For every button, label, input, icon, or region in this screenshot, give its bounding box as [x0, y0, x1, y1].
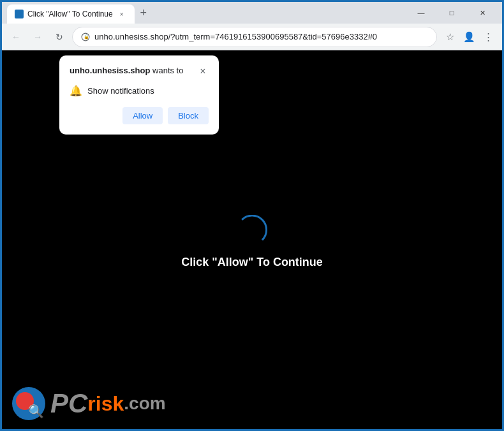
webpage: unho.unhesiss.shop wants to × 🔔 Show not…	[2, 50, 502, 431]
tab-title: Click "Allow" To Continue	[27, 10, 113, 18]
watermark-text: PC risk .com	[50, 390, 166, 417]
svg-text:🔒: 🔒	[84, 34, 89, 40]
security-icon: 🔒	[80, 32, 91, 42]
minimize-button[interactable]: —	[406, 2, 436, 24]
watermark-dotcom: .com	[124, 393, 165, 414]
window-controls: — □ ✕	[406, 2, 497, 24]
allow-button[interactable]: Allow	[122, 107, 163, 124]
loading-spinner	[237, 215, 267, 245]
watermark-pc: PC	[50, 390, 87, 417]
back-button[interactable]: ←	[7, 28, 25, 46]
close-button[interactable]: ✕	[468, 2, 497, 24]
new-tab-button[interactable]: +	[135, 4, 152, 22]
popup-title: unho.unhesiss.shop wants to	[70, 66, 183, 75]
active-tab[interactable]: Click "Allow" To Continue ×	[7, 4, 135, 24]
popup-actions: Allow Block	[70, 107, 209, 124]
click-allow-text: Click "Allow" To Continue	[181, 256, 323, 269]
popup-header: unho.unhesiss.shop wants to ×	[70, 66, 209, 77]
tab-close-button[interactable]: ×	[117, 9, 127, 19]
toolbar-icons: ☆ 👤 ⋮	[441, 28, 497, 46]
notification-popup: unho.unhesiss.shop wants to × 🔔 Show not…	[59, 55, 219, 135]
profile-button[interactable]: 👤	[460, 28, 478, 46]
menu-button[interactable]: ⋮	[479, 28, 497, 46]
popup-wants-to: wants to	[152, 66, 183, 75]
bell-icon: 🔔	[70, 85, 82, 97]
popup-notification-text: Show notifications	[87, 86, 154, 96]
watermark: PC risk .com	[12, 387, 166, 420]
titlebar: Click "Allow" To Continue × + — □ ✕	[2, 2, 502, 24]
popup-notification-row: 🔔 Show notifications	[70, 85, 209, 97]
watermark-logo	[12, 387, 45, 420]
url-bar[interactable]: 🔒 unho.unhesiss.shop/?utm_term=746191615…	[72, 27, 437, 47]
watermark-risk: risk	[87, 393, 124, 414]
refresh-button[interactable]: ↻	[50, 28, 68, 46]
popup-close-button[interactable]: ×	[197, 66, 209, 77]
url-text: unho.unhesiss.shop/?utm_term=74619161539…	[94, 32, 429, 41]
forward-button[interactable]: →	[29, 28, 47, 46]
maximize-button[interactable]: □	[437, 2, 466, 24]
addressbar: ← → ↻ 🔒 unho.unhesiss.shop/?utm_term=746…	[2, 24, 502, 50]
popup-domain: unho.unhesiss.shop	[70, 66, 150, 75]
tab-favicon	[15, 10, 24, 18]
bookmark-button[interactable]: ☆	[441, 28, 459, 46]
page-content: Click "Allow" To Continue	[181, 215, 323, 269]
tab-bar: Click "Allow" To Continue × +	[7, 2, 404, 24]
block-button[interactable]: Block	[168, 107, 209, 124]
